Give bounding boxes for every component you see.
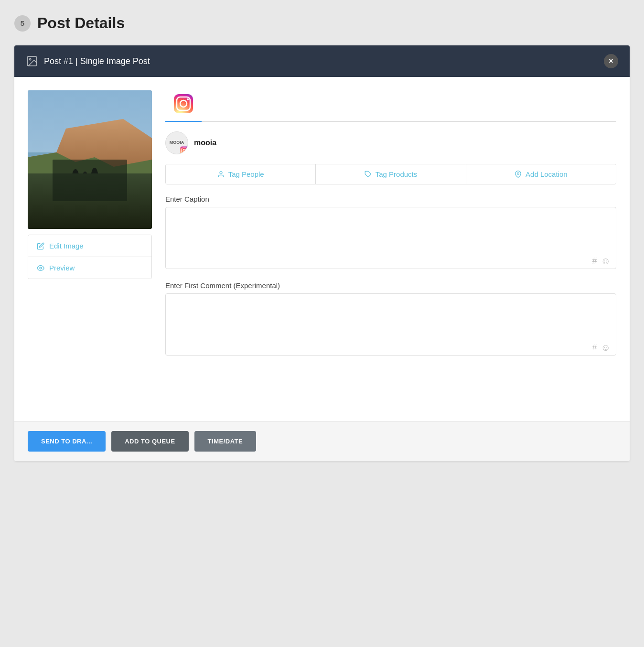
svg-point-11 xyxy=(40,267,42,269)
post-image-scene xyxy=(28,90,152,229)
preview-label: Preview xyxy=(49,264,75,272)
account-name: mooia_ xyxy=(194,139,221,147)
svg-point-9 xyxy=(91,168,98,188)
eye-icon xyxy=(37,264,44,272)
first-comment-section: Enter First Comment (Experimental) # ☺ xyxy=(165,281,616,357)
image-icon xyxy=(26,55,38,67)
edit-image-button[interactable]: Edit Image xyxy=(28,235,151,257)
time-date-button[interactable]: TIME/DATE xyxy=(194,431,257,452)
card-body: Edit Image Preview xyxy=(14,77,630,421)
card-footer: SEND TO DRA... ADD TO QUEUE TIME/DATE xyxy=(14,421,630,461)
first-comment-label: Enter First Comment (Experimental) xyxy=(165,281,616,290)
svg-point-7 xyxy=(72,169,79,188)
instagram-tab[interactable] xyxy=(165,90,202,121)
svg-point-22 xyxy=(517,173,519,174)
send-to-draft-button[interactable]: SEND TO DRA... xyxy=(28,431,106,452)
close-button[interactable]: × xyxy=(604,54,618,68)
pencil-icon xyxy=(37,242,44,250)
first-comment-input[interactable] xyxy=(165,293,616,356)
location-icon xyxy=(515,171,522,178)
post-header-title: Post #1 | Single Image Post xyxy=(44,56,150,66)
svg-point-10 xyxy=(92,182,111,195)
page-header: 5 Post Details xyxy=(14,14,630,32)
first-comment-wrapper: # ☺ xyxy=(165,293,616,357)
caption-wrapper: # ☺ xyxy=(165,207,616,271)
add-location-button[interactable]: Add Location xyxy=(466,164,616,184)
tag-icon xyxy=(365,171,372,178)
caption-section: Enter Caption # ☺ xyxy=(165,195,616,271)
svg-point-19 xyxy=(186,148,187,149)
post-details-card: Post #1 | Single Image Post × xyxy=(14,45,630,461)
left-panel: Edit Image Preview xyxy=(28,90,152,408)
caption-label: Enter Caption xyxy=(165,195,616,203)
add-to-queue-button[interactable]: ADD TO QUEUE xyxy=(111,431,188,452)
account-avatar: MOOIA xyxy=(165,131,188,154)
first-comment-icons: # ☺ xyxy=(592,343,611,353)
caption-icons: # ☺ xyxy=(592,256,611,266)
account-row: MOOIA xyxy=(165,131,616,154)
right-panel: MOOIA xyxy=(165,90,616,408)
tag-people-label: Tag People xyxy=(228,170,264,178)
tag-products-label: Tag Products xyxy=(376,170,418,178)
step-badge: 5 xyxy=(14,15,31,32)
instagram-icon xyxy=(173,93,194,114)
first-comment-hashtag-icon[interactable]: # xyxy=(592,343,597,353)
caption-input[interactable] xyxy=(165,207,616,269)
tag-buttons: Tag People Tag Products Add Location xyxy=(165,164,616,184)
svg-rect-6 xyxy=(28,176,152,229)
avatar-ig-icon xyxy=(180,146,188,154)
tag-people-button[interactable]: Tag People xyxy=(166,164,316,184)
post-image xyxy=(28,90,152,229)
svg-point-1 xyxy=(30,59,31,60)
avatar-text: MOOIA xyxy=(170,140,184,145)
svg-point-20 xyxy=(220,172,222,174)
add-location-label: Add Location xyxy=(526,170,568,178)
card-header-title: Post #1 | Single Image Post xyxy=(26,55,150,67)
first-comment-emoji-icon[interactable]: ☺ xyxy=(601,343,611,353)
edit-image-label: Edit Image xyxy=(49,242,84,250)
tag-products-button[interactable]: Tag Products xyxy=(316,164,466,184)
page-title: Post Details xyxy=(37,14,125,32)
hashtag-icon[interactable]: # xyxy=(592,256,597,266)
emoji-icon[interactable]: ☺ xyxy=(601,256,611,266)
person-icon xyxy=(217,171,225,178)
svg-point-8 xyxy=(82,172,88,189)
preview-button[interactable]: Preview xyxy=(28,257,151,279)
image-actions: Edit Image Preview xyxy=(28,235,152,279)
instagram-tabs xyxy=(165,90,616,122)
card-header: Post #1 | Single Image Post × xyxy=(14,45,630,77)
svg-point-15 xyxy=(187,98,189,100)
